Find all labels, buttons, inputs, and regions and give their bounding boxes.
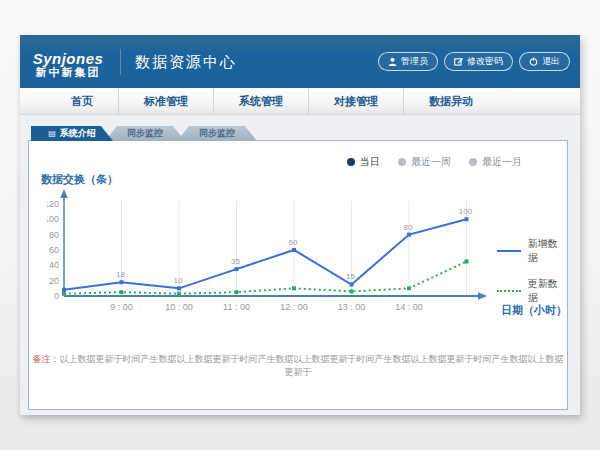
- nav-item-system-mgmt[interactable]: 系统管理: [213, 88, 308, 114]
- radio-dot: [469, 158, 477, 166]
- content-panel: 当日 最近一周 最近一月 数据交换（条） 0204060801001209 : …: [28, 140, 568, 410]
- svg-text:11 : 00: 11 : 00: [223, 302, 250, 312]
- blue-line-icon: [497, 250, 521, 252]
- tab-sync-monitor-2[interactable]: 同步监控: [177, 126, 257, 141]
- svg-text:9 : 00: 9 : 00: [110, 302, 133, 312]
- nav-item-interface-mgmt[interactable]: 对接管理: [308, 88, 403, 114]
- svg-text:15: 15: [346, 272, 355, 281]
- svg-text:35: 35: [231, 257, 240, 266]
- company-logo: Synjones 新中新集团: [20, 45, 116, 78]
- logo-text-cn: 新中新集团: [20, 67, 116, 79]
- footnote-label: 备注：: [33, 354, 60, 364]
- svg-text:10: 10: [174, 276, 183, 285]
- svg-text:14 : 00: 14 : 00: [395, 302, 423, 312]
- legend-item-updated-data[interactable]: 更新数据: [497, 277, 567, 305]
- svg-text:100: 100: [47, 214, 59, 224]
- nav-item-data-change[interactable]: 数据异动: [403, 88, 498, 114]
- svg-text:80: 80: [404, 223, 413, 232]
- svg-text:0: 0: [54, 291, 59, 301]
- tab-system-intro[interactable]: ▤系统介绍: [31, 126, 113, 141]
- header-actions: 管理员 修改密码 退出: [378, 52, 570, 71]
- main-nav: 首页 标准管理 系统管理 对接管理 数据异动: [20, 88, 580, 115]
- tab-bar: ▤系统介绍 同步监控 同步监控: [31, 126, 249, 141]
- time-range-filter: 当日 最近一周 最近一月: [347, 155, 522, 169]
- svg-text:10 : 00: 10 : 00: [165, 302, 193, 312]
- logout-button[interactable]: 退出: [519, 52, 570, 71]
- svg-text:20: 20: [49, 276, 59, 286]
- power-icon: [529, 57, 538, 66]
- svg-text:12 : 00: 12 : 00: [280, 302, 308, 312]
- app-window: Synjones 新中新集团 数据资源中心 管理员 修改密码 退出 首页 标准管…: [20, 35, 580, 415]
- svg-text:120: 120: [47, 199, 59, 209]
- footnote: 备注：以上数据更新于时间产生数据以上数据更新于时间产生数据以上数据更新于时间产生…: [29, 353, 567, 379]
- radio-dot: [398, 158, 406, 166]
- footnote-text: 以上数据更新于时间产生数据以上数据更新于时间产生数据以上数据更新于时间产生数据以…: [60, 354, 564, 377]
- radio-last-month[interactable]: 最近一月: [469, 155, 522, 169]
- change-password-button[interactable]: 修改密码: [444, 52, 513, 71]
- svg-text:60: 60: [49, 245, 59, 255]
- nav-item-standard-mgmt[interactable]: 标准管理: [118, 88, 213, 114]
- svg-text:13 : 00: 13 : 00: [338, 302, 366, 312]
- tab-sync-monitor-1[interactable]: 同步监控: [105, 126, 185, 141]
- logo-text-en: Synjones: [20, 51, 116, 67]
- radio-last-week[interactable]: 最近一周: [398, 155, 451, 169]
- svg-text:60: 60: [289, 238, 298, 247]
- user-icon: [388, 57, 397, 66]
- edit-icon: [454, 57, 463, 66]
- chart-x-axis-title: 日期（小时）: [501, 303, 567, 318]
- svg-text:40: 40: [49, 260, 59, 270]
- legend-item-new-data[interactable]: 新增数据: [497, 237, 567, 265]
- user-button[interactable]: 管理员: [378, 52, 438, 71]
- page-title: 数据资源中心: [120, 49, 237, 75]
- document-icon: ▤: [48, 129, 56, 138]
- svg-text:18: 18: [116, 270, 125, 279]
- green-dotted-line-icon: [497, 290, 521, 292]
- radio-today[interactable]: 当日: [347, 155, 380, 169]
- radio-dot: [347, 158, 355, 166]
- svg-text:100: 100: [459, 207, 473, 216]
- app-header: Synjones 新中新集团 数据资源中心 管理员 修改密码 退出: [20, 35, 580, 88]
- svg-text:80: 80: [49, 230, 59, 240]
- chart-legend: 新增数据 更新数据: [497, 237, 567, 305]
- nav-item-home[interactable]: 首页: [46, 88, 118, 114]
- exchange-line-chart: 0204060801001209 : 0010 : 0011 : 0012 : …: [47, 183, 517, 328]
